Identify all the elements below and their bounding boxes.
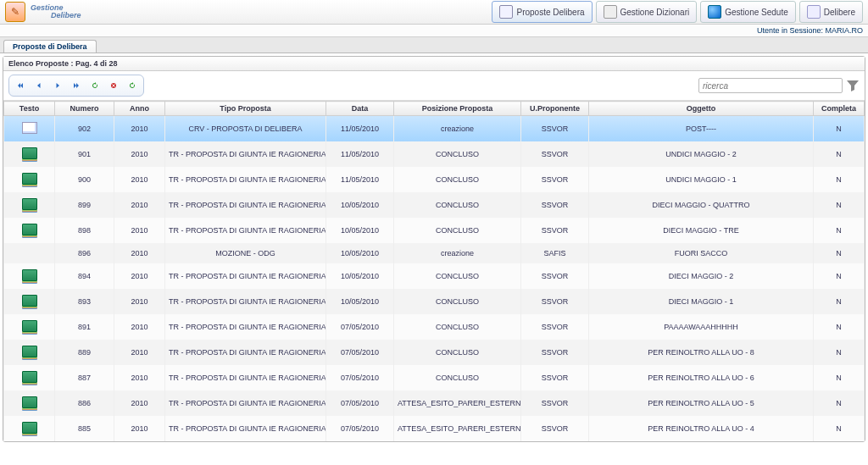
cell-oggetto: DIECI MAGGIO - TRE xyxy=(589,218,814,243)
cell-posizione: creazione xyxy=(394,243,521,263)
cell-tipo: CRV - PROPOSTA DI DELIBERA xyxy=(165,116,326,142)
cell-completa: N xyxy=(814,365,865,390)
last-page-button[interactable] xyxy=(68,77,85,94)
filter-icon[interactable] xyxy=(846,79,860,92)
col-data[interactable]: Data xyxy=(326,102,394,116)
nav-gestione-sedute[interactable]: Gestione Sedute xyxy=(700,1,796,23)
cell-numero: 891 xyxy=(55,314,114,340)
cell-proponente: SSVOR xyxy=(521,390,589,416)
table-row[interactable]: 8892010TR - PROPOSTA DI GIUNTA IE RAGION… xyxy=(4,340,865,365)
refresh-button[interactable] xyxy=(86,77,103,94)
book-stack-icon xyxy=(22,224,37,235)
col-proponente[interactable]: U.Proponente xyxy=(521,102,589,116)
delete-button[interactable] xyxy=(105,77,122,94)
col-posizione[interactable]: Posizione Proposta xyxy=(394,102,521,116)
tab-proposte[interactable]: Proposte di Delibera xyxy=(3,40,97,53)
nav-label: Delibere xyxy=(824,8,855,17)
add-button[interactable] xyxy=(124,77,141,94)
cell-posizione: CONCLUSO xyxy=(394,314,521,340)
table-row[interactable]: 9022010CRV - PROPOSTA DI DELIBERA11/05/2… xyxy=(4,116,865,142)
app-header: ✎ Gestione Delibere Proposte Delibera Ge… xyxy=(0,0,868,25)
cell-oggetto: PAAAAWAAAHHHHH xyxy=(589,314,814,340)
cell-numero: 896 xyxy=(55,243,114,263)
col-anno[interactable]: Anno xyxy=(114,102,165,116)
cell-numero: 894 xyxy=(55,263,114,289)
table-row[interactable]: 8872010TR - PROPOSTA DI GIUNTA IE RAGION… xyxy=(4,365,865,390)
cell-oggetto: DIECI MAGGIO - 1 xyxy=(589,289,814,314)
cell-testo xyxy=(4,289,55,314)
gear-icon xyxy=(604,5,617,19)
cell-data: 10/05/2010 xyxy=(326,243,394,263)
cell-oggetto: POST---- xyxy=(589,116,814,142)
table-row[interactable]: 8912010TR - PROPOSTA DI GIUNTA IE RAGION… xyxy=(4,314,865,340)
session-user-label: Utente in Sessione: MARIA.RO xyxy=(757,26,863,35)
col-completa[interactable]: Completa xyxy=(814,102,865,116)
cell-anno: 2010 xyxy=(114,116,165,142)
table-row[interactable]: 9002010TR - PROPOSTA DI GIUNTA IE RAGION… xyxy=(4,167,865,192)
cell-tipo: TR - PROPOSTA DI GIUNTA IE RAGIONERIA xyxy=(165,141,326,167)
cell-proponente: SSVOR xyxy=(521,192,589,218)
document-icon xyxy=(22,122,37,134)
book-stack-icon xyxy=(22,422,37,434)
table-row[interactable]: 8862010TR - PROPOSTA DI GIUNTA IE RAGION… xyxy=(4,390,865,416)
cell-posizione: CONCLUSO xyxy=(394,218,521,243)
nav-gestione-dizionari[interactable]: Gestione Dizionari xyxy=(596,1,698,23)
cell-completa: N xyxy=(814,218,865,243)
tab-strip: Proposte di Delibera xyxy=(0,37,868,53)
cell-proponente: SSVOR xyxy=(521,289,589,314)
cell-testo xyxy=(4,365,55,390)
cell-anno: 2010 xyxy=(114,390,165,416)
nav-proposte-delibera[interactable]: Proposte Delibera xyxy=(492,1,592,23)
col-oggetto[interactable]: Oggetto xyxy=(589,102,814,116)
cell-completa: N xyxy=(814,243,865,263)
cell-tipo: TR - PROPOSTA DI GIUNTA IE RAGIONERIA xyxy=(165,263,326,289)
book-icon xyxy=(807,5,821,19)
book-stack-icon xyxy=(22,198,37,210)
cell-oggetto: PER REINOLTRO ALLA UO - 6 xyxy=(589,365,814,390)
table-row[interactable]: 8992010TR - PROPOSTA DI GIUNTA IE RAGION… xyxy=(4,192,865,218)
next-page-button[interactable] xyxy=(49,77,66,94)
cell-testo xyxy=(4,116,55,142)
cell-proponente: SSVOR xyxy=(521,365,589,390)
cell-posizione: CONCLUSO xyxy=(394,167,521,192)
nav-delibere[interactable]: Delibere xyxy=(799,1,863,23)
cell-numero: 893 xyxy=(55,289,114,314)
search-input[interactable] xyxy=(698,78,843,93)
table-row[interactable]: 8942010TR - PROPOSTA DI GIUNTA IE RAGION… xyxy=(4,263,865,289)
cell-numero: 887 xyxy=(55,365,114,390)
col-numero[interactable]: Numero xyxy=(55,102,114,116)
grid-header: Testo Numero Anno Tipo Proposta Data Pos… xyxy=(4,102,865,116)
cell-completa: N xyxy=(814,263,865,289)
cell-anno: 2010 xyxy=(114,192,165,218)
cell-posizione: CONCLUSO xyxy=(394,192,521,218)
cell-tipo: TR - PROPOSTA DI GIUNTA IE RAGIONERIA xyxy=(165,289,326,314)
cell-posizione: CONCLUSO xyxy=(394,263,521,289)
cell-posizione: CONCLUSO xyxy=(394,289,521,314)
cell-posizione: creazione xyxy=(394,116,521,142)
cell-posizione: CONCLUSO xyxy=(394,365,521,390)
cell-completa: N xyxy=(814,116,865,142)
panel-title: Elenco Proposte : Pag. 4 di 28 xyxy=(3,57,865,71)
table-row[interactable]: 9012010TR - PROPOSTA DI GIUNTA IE RAGION… xyxy=(4,141,865,167)
cell-numero: 900 xyxy=(55,167,114,192)
col-testo[interactable]: Testo xyxy=(4,102,55,116)
cell-tipo: MOZIONE - ODG xyxy=(165,243,326,263)
first-page-button[interactable] xyxy=(12,77,29,94)
cell-data: 11/05/2010 xyxy=(326,116,394,142)
prev-page-button[interactable] xyxy=(31,77,47,94)
cell-data: 10/05/2010 xyxy=(326,218,394,243)
table-row[interactable]: 8852010TR - PROPOSTA DI GIUNTA IE RAGION… xyxy=(4,416,865,441)
cell-anno: 2010 xyxy=(114,289,165,314)
cell-data: 11/05/2010 xyxy=(326,167,394,192)
cell-posizione: CONCLUSO xyxy=(394,141,521,167)
cell-data: 07/05/2010 xyxy=(326,390,394,416)
cell-data: 07/05/2010 xyxy=(326,416,394,441)
table-row[interactable]: 8932010TR - PROPOSTA DI GIUNTA IE RAGION… xyxy=(4,289,865,314)
cell-numero: 885 xyxy=(55,416,114,441)
cell-completa: N xyxy=(814,289,865,314)
col-tipo[interactable]: Tipo Proposta xyxy=(165,102,326,116)
cell-testo xyxy=(4,416,55,441)
table-row[interactable]: 8982010TR - PROPOSTA DI GIUNTA IE RAGION… xyxy=(4,218,865,243)
nav-label: Proposte Delibera xyxy=(516,8,584,17)
table-row[interactable]: 8962010MOZIONE - ODG10/05/2010creazioneS… xyxy=(4,243,865,263)
